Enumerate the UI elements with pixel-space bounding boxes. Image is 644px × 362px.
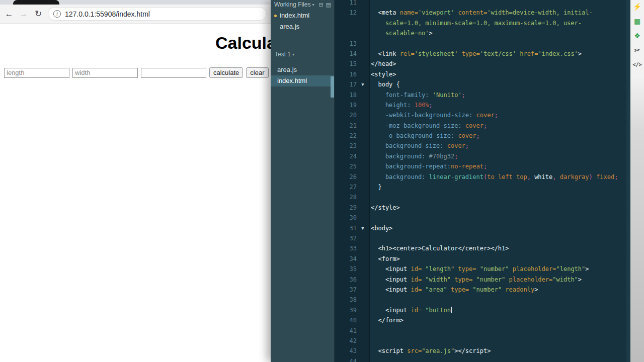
area-input[interactable] (141, 68, 206, 78)
code-line[interactable]: <input id= "width" type= "number" placeh… (370, 275, 582, 285)
code-line[interactable] (370, 213, 371, 223)
code-tag-icon[interactable]: </> (632, 59, 643, 70)
modified-dot-icon (274, 15, 277, 17)
page-info-icon[interactable]: i (53, 10, 61, 18)
project-file-item[interactable]: area.js (271, 64, 334, 75)
page-content: Calculator calculate clear (0, 24, 271, 362)
code-line[interactable] (370, 192, 371, 202)
code-line[interactable]: font-family: 'Nunito'; (370, 90, 465, 100)
code-line[interactable]: <body> (370, 223, 392, 233)
code-line[interactable]: -o-background-size: cover; (370, 131, 480, 141)
line-number: 25 (335, 161, 357, 171)
code-line[interactable]: <script src="area.js"></script> (370, 346, 491, 356)
split-view-icon[interactable]: ⊟ (318, 2, 323, 8)
gutter: 28 (335, 192, 370, 202)
snippets-scissors-icon[interactable]: ✂ (632, 45, 643, 56)
code-line[interactable]: <input id= "length" type= "number" place… (370, 264, 589, 274)
forward-icon[interactable]: → (19, 10, 29, 18)
working-files-header[interactable]: Working Files ▾ ⊟ ▤ (271, 0, 334, 10)
clear-button[interactable]: clear (246, 67, 268, 78)
code-line[interactable]: scalable=no'> (370, 28, 433, 38)
code-lines: 1112<meta name='viewport' content='width… (335, 0, 630, 362)
code-line[interactable] (370, 356, 371, 362)
line-number (335, 18, 357, 28)
code-line[interactable] (370, 336, 371, 346)
fold-arrow-icon[interactable]: ▼ (357, 79, 369, 89)
sidebar-scrollbar-thumb[interactable] (331, 76, 334, 98)
code-line[interactable]: background-repeat:no-repeat; (370, 161, 487, 171)
reload-icon[interactable]: ↻ (33, 10, 43, 18)
new-file-icon[interactable]: ▤ (326, 2, 331, 8)
code-line[interactable]: background: #70bg32; (370, 151, 458, 161)
project-file-item[interactable]: index.html (271, 75, 334, 86)
line-number: 17 (335, 79, 357, 89)
gutter: 17▼ (335, 79, 370, 89)
code-line[interactable] (370, 295, 371, 305)
live-preview-icon[interactable]: ⚡ (632, 1, 643, 12)
gutter: 26 (335, 172, 370, 182)
length-input[interactable] (4, 68, 69, 78)
line-number: 21 (335, 121, 357, 131)
code-line[interactable]: background: linear-gradient(to left top,… (370, 172, 618, 182)
gutter: 37 (335, 285, 370, 295)
browser-tab[interactable] (13, 0, 59, 5)
extension-bricks-icon[interactable]: ▦ (632, 16, 643, 27)
code-line[interactable]: <style> (370, 69, 396, 79)
code-line[interactable]: -webkit-background-size: cover; (370, 110, 498, 120)
code-line[interactable]: height: 100%; (370, 100, 433, 110)
text-cursor (451, 307, 452, 313)
gutter: 39 (335, 305, 370, 315)
code-line[interactable]: scale=1.0, minimum-scale=1.0, maximum-sc… (370, 18, 582, 28)
code-line[interactable] (370, 39, 371, 49)
gutter: 14 (335, 49, 370, 59)
line-number: 43 (335, 346, 357, 356)
project-header[interactable]: Test 1 ▾ (271, 49, 334, 59)
url-bar[interactable]: i 127.0.0.1:55908/index.html (48, 7, 267, 21)
code-line[interactable]: -moz-background-size: cover; (370, 121, 487, 131)
gutter: 30 (335, 213, 370, 223)
width-input[interactable] (72, 68, 138, 78)
code-line[interactable] (370, 326, 371, 336)
code-line[interactable]: } (370, 182, 382, 192)
code-editor-window: Working Files ▾ ⊟ ▤ index.htmlarea.js Te… (271, 0, 644, 362)
browser-window: ← → ↻ i 127.0.0.1:55908/index.html Calcu… (0, 0, 271, 362)
line-number: 22 (335, 131, 357, 141)
code-line[interactable] (370, 233, 371, 243)
code-line[interactable]: <form> (370, 254, 400, 264)
code-line[interactable]: </style> (370, 203, 400, 213)
line-number: 44 (335, 356, 357, 362)
code-line[interactable] (370, 0, 371, 8)
gutter: 25 (335, 161, 370, 171)
editor-scrollbar[interactable] (626, 0, 630, 362)
calculate-button[interactable]: calculate (209, 67, 243, 78)
page-heading: Calculator (215, 33, 271, 53)
code-line[interactable]: <h1><center>Calculator</center></h1> (370, 243, 509, 253)
gutter: 11 (335, 0, 370, 8)
line-number: 31 (335, 223, 357, 233)
gutter: 16 (335, 69, 370, 79)
gutter: 44 (335, 356, 370, 362)
code-line[interactable]: </head> (370, 59, 396, 69)
fold-arrow-icon[interactable]: ▼ (357, 223, 369, 233)
project-label: Test 1 (275, 51, 291, 58)
code-line[interactable]: <input id= "button (370, 305, 452, 315)
line-number: 24 (335, 151, 357, 161)
code-line[interactable]: body { (370, 79, 400, 89)
working-file-item[interactable]: index.html (271, 10, 334, 21)
code-line[interactable]: <meta name='viewport' content='width=dev… (370, 8, 593, 18)
code-line[interactable]: <link rel='stylesheet' type='text/css' h… (370, 49, 582, 59)
back-icon[interactable]: ← (4, 10, 14, 18)
extension-toolbar: ⚡▦❖✂</> (630, 0, 644, 362)
line-number: 15 (335, 59, 357, 69)
working-file-item[interactable]: area.js (271, 21, 334, 32)
extension-sparkle-icon[interactable]: ❖ (632, 30, 643, 41)
caret-down-icon: ▾ (292, 52, 294, 57)
line-number: 13 (335, 39, 357, 49)
gutter: 18 (335, 90, 370, 100)
gutter: 13 (335, 39, 370, 49)
code-line[interactable]: </form> (370, 315, 404, 325)
code-line[interactable]: <input id= "area" type= "number" readonl… (370, 285, 538, 295)
code-line[interactable]: background-size: cover; (370, 141, 469, 151)
line-number: 12 (335, 8, 357, 18)
line-number: 35 (335, 264, 357, 274)
